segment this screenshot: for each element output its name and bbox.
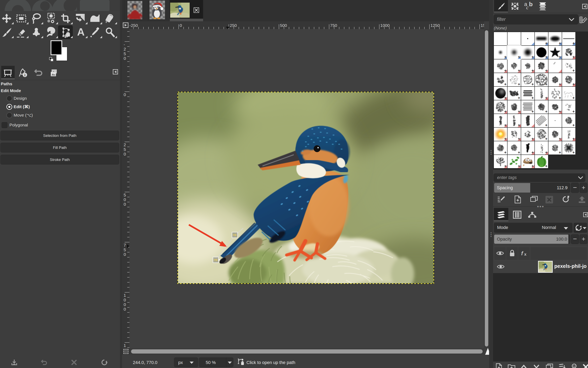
svg-text:0: 0 <box>124 202 126 206</box>
svg-text:0: 0 <box>124 307 126 312</box>
svg-text:i: i <box>24 73 25 77</box>
svg-text:1250: 1250 <box>431 23 440 28</box>
svg-text:5: 5 <box>124 248 126 252</box>
svg-text:5: 5 <box>124 51 126 56</box>
svg-text:0: 0 <box>124 92 126 97</box>
svg-text:500: 500 <box>280 23 287 28</box>
svg-text:5: 5 <box>124 193 126 197</box>
svg-text:1: 1 <box>124 343 126 348</box>
svg-text:0: 0 <box>124 197 126 202</box>
svg-text:1: 1 <box>124 293 126 298</box>
svg-text:0: 0 <box>124 152 126 156</box>
svg-text:1500: 1500 <box>481 23 484 28</box>
svg-text:250: 250 <box>230 23 237 28</box>
svg-text:0: 0 <box>124 298 126 302</box>
svg-text:5: 5 <box>124 147 126 152</box>
svg-text:7: 7 <box>124 243 126 248</box>
svg-text:0: 0 <box>124 252 126 257</box>
svg-text:-250: -250 <box>129 23 138 28</box>
svg-text:2: 2 <box>124 47 126 51</box>
svg-text:0: 0 <box>124 302 126 307</box>
svg-text:0: 0 <box>124 56 126 61</box>
svg-text:1000: 1000 <box>380 23 390 28</box>
svg-text:0: 0 <box>180 23 182 28</box>
svg-text:-: - <box>124 42 125 47</box>
svg-text:2: 2 <box>124 142 126 147</box>
svg-text:750: 750 <box>330 23 337 28</box>
